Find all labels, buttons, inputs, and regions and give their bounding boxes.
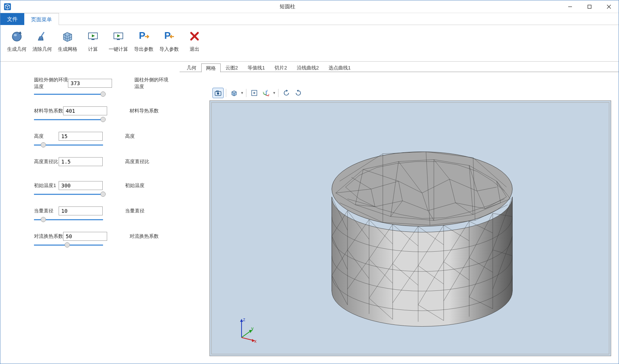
svg-line-27: [264, 94, 266, 95]
axis-triad: z y x: [234, 317, 256, 339]
play-screen-icon: [111, 28, 126, 44]
param-slider[interactable]: [34, 118, 168, 122]
viewport-3d[interactable]: z y x: [209, 100, 611, 356]
chevron-down-icon: ▼: [240, 91, 244, 95]
chevron-down-icon: ▼: [273, 91, 276, 95]
param-slider[interactable]: [34, 243, 168, 248]
ribbon-label: 生成几何: [7, 46, 27, 53]
axis-view-dropdown[interactable]: zyx ▼: [261, 88, 276, 98]
param-desc: 当量直径: [125, 208, 144, 214]
svg-text:P: P: [164, 30, 171, 41]
viewport-inner: z y x: [211, 102, 609, 354]
param-input-2[interactable]: [59, 132, 103, 141]
cylinder-mesh-render: [212, 103, 609, 354]
parameter-panel: 圆柱外侧的环境温度 圆柱外侧的环境温度 材料导热系数 材料导热系数 高度 高度 …: [0, 62, 180, 364]
svg-point-6: [14, 34, 17, 36]
svg-marker-33: [297, 90, 298, 92]
menu-page[interactable]: 页面菜单: [24, 13, 59, 25]
view-cube-dropdown[interactable]: ▼: [228, 88, 244, 98]
param-input-4[interactable]: [59, 181, 103, 190]
param-label: 材料导热系数: [34, 108, 63, 114]
ribbon-one-click-compute[interactable]: 一键计算: [106, 27, 131, 61]
window-controls: [560, 0, 619, 13]
svg-text:P: P: [139, 30, 145, 41]
view-tab-6[interactable]: 选点曲线1: [324, 63, 355, 72]
ribbon-generate-mesh[interactable]: 生成网格: [55, 27, 80, 61]
axes-icon: zyx: [261, 88, 272, 98]
rotate-cw-icon[interactable]: [293, 88, 304, 98]
cube-icon: [228, 88, 240, 98]
svg-text:x: x: [254, 339, 256, 343]
rotate-ccw-icon[interactable]: [281, 88, 292, 98]
svg-rect-2: [588, 5, 591, 8]
param-label: 对流换热系数: [34, 233, 63, 240]
toolbar-separator: [226, 89, 226, 97]
minimize-button[interactable]: [560, 0, 580, 13]
mesh-cube-icon: [60, 28, 75, 44]
view-tab-0[interactable]: 几何: [182, 63, 201, 72]
svg-text:y: y: [251, 326, 253, 331]
ribbon-clear-geometry[interactable]: 清除几何: [29, 27, 55, 61]
ribbon-label: 计算: [88, 46, 98, 53]
ribbon-generate-geometry[interactable]: 生成几何: [4, 27, 29, 61]
toolbar-separator: [246, 89, 246, 97]
svg-line-46: [242, 331, 251, 337]
param-label: 初始温度1: [34, 182, 59, 189]
param-desc: 材料导热系数: [130, 108, 159, 114]
toolbar-separator: [278, 89, 279, 97]
titlebar: 短圆柱: [0, 0, 619, 13]
view-tab-2[interactable]: 云图2: [221, 63, 243, 72]
maximize-button[interactable]: [580, 0, 599, 13]
param-label: 高度: [34, 133, 59, 140]
ribbon-label: 导入参数: [159, 46, 179, 53]
ribbon-label: 退出: [190, 46, 199, 53]
view-tab-4[interactable]: 切片2: [270, 63, 292, 72]
param-label: 圆柱外侧的环境温度: [34, 77, 68, 90]
svg-text:z: z: [267, 89, 268, 92]
ribbon-label: 导出参数: [134, 46, 153, 53]
param-desc: 对流换热系数: [130, 233, 159, 240]
menu-file[interactable]: 文件: [0, 13, 24, 25]
param-input-3[interactable]: [59, 157, 103, 166]
param-slider[interactable]: [34, 218, 168, 222]
svg-marker-32: [286, 90, 288, 92]
svg-marker-45: [240, 319, 243, 322]
p-import-icon: P: [162, 28, 177, 44]
svg-marker-16: [117, 34, 120, 37]
camera-icon[interactable]: [212, 88, 224, 98]
ribbon-label: 生成网格: [58, 46, 77, 53]
param-desc: 圆柱外侧的环境温度: [134, 77, 168, 90]
param-slider[interactable]: [34, 92, 168, 97]
exit-x-icon: [187, 28, 202, 44]
param-slider[interactable]: [34, 143, 168, 147]
play-screen-icon: [85, 28, 100, 44]
p-export-icon: P: [136, 28, 151, 44]
app-icon: [3, 3, 12, 11]
param-label: 高度直径比: [34, 158, 59, 165]
svg-line-48: [242, 337, 253, 340]
ribbon-label: 一键计算: [109, 46, 128, 53]
param-label: 当量直径: [34, 208, 59, 214]
zoom-extents-icon[interactable]: [249, 88, 260, 98]
param-desc: 高度直径比: [125, 158, 149, 165]
view-tab-1[interactable]: 网格: [201, 63, 221, 72]
param-input-6[interactable]: [63, 232, 107, 241]
param-slider[interactable]: [34, 192, 168, 197]
svg-line-8: [41, 32, 44, 37]
svg-text:z: z: [243, 317, 245, 322]
view-tab-5[interactable]: 沿线曲线2: [292, 63, 324, 72]
ribbon-export-params[interactable]: P 导出参数: [131, 27, 156, 61]
close-button[interactable]: [599, 0, 619, 13]
ribbon-compute[interactable]: 计算: [80, 27, 106, 61]
view-tab-3[interactable]: 等值线1: [243, 63, 270, 72]
content-area: 圆柱外侧的环境温度 圆柱外侧的环境温度 材料导热系数 材料导热系数 高度 高度 …: [0, 62, 619, 364]
param-input-0[interactable]: [68, 79, 112, 88]
svg-marker-13: [92, 34, 95, 37]
ribbon: 生成几何 清除几何 生成网格 计算 一键计算 P 导出参数 P 导入参数 退出: [0, 25, 619, 62]
window-title: 短圆柱: [15, 3, 560, 10]
ribbon-exit[interactable]: 退出: [182, 27, 207, 61]
param-input-5[interactable]: [59, 206, 103, 215]
ribbon-label: 清除几何: [32, 46, 52, 53]
ribbon-import-params[interactable]: P 导入参数: [156, 27, 182, 61]
param-input-1[interactable]: [63, 106, 107, 115]
